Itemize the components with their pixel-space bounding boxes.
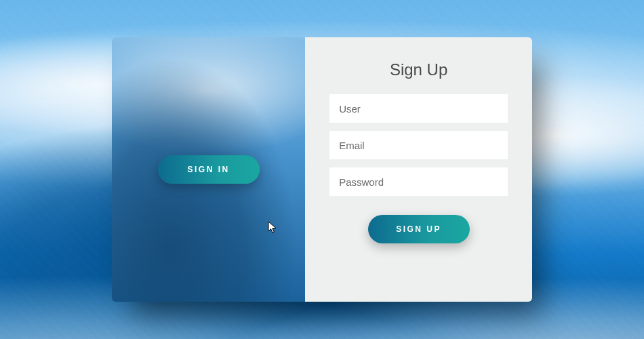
signup-panel: Sign Up SIGN UP: [305, 37, 532, 302]
signup-button[interactable]: SIGN UP: [368, 215, 470, 243]
user-field[interactable]: [329, 94, 508, 123]
stage: SIGN IN Sign Up SIGN UP: [0, 0, 644, 339]
form-title: Sign Up: [390, 60, 447, 79]
signin-button[interactable]: SIGN IN: [158, 155, 260, 184]
signin-panel: SIGN IN: [112, 37, 305, 302]
email-field[interactable]: [329, 131, 508, 159]
auth-card: SIGN IN Sign Up SIGN UP: [112, 37, 532, 302]
submit-wrap: SIGN UP: [368, 215, 470, 243]
password-field[interactable]: [329, 167, 508, 196]
